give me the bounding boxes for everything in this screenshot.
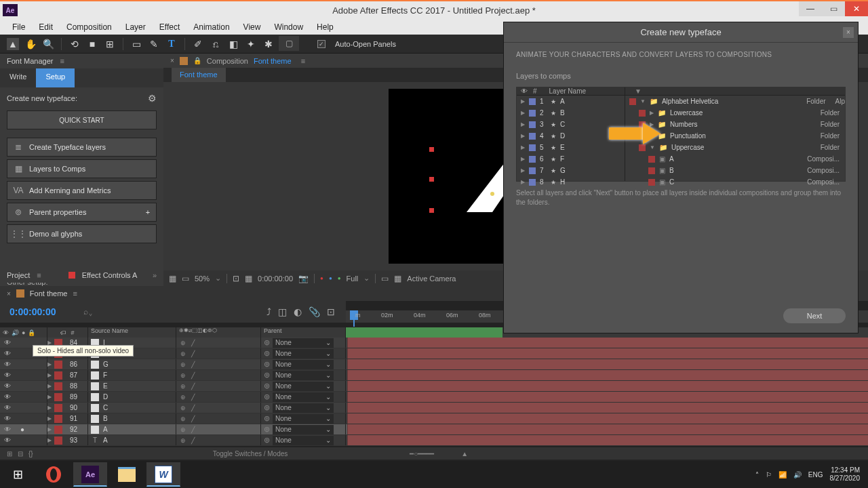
view-icon[interactable]: ▭	[381, 274, 389, 283]
timeline-layer-row[interactable]: 👁▶91B⊕ ╱⊚None⌄	[0, 413, 868, 424]
frame-blend-icon[interactable]: ◫	[278, 306, 287, 317]
tray-network-icon[interactable]: 📶	[778, 471, 787, 479]
type-tool-icon[interactable]: T	[165, 38, 178, 50]
menu-composition[interactable]: Composition	[60, 21, 119, 33]
timeline-layer-row[interactable]: 👁▶90C⊕ ╱⊚None⌄	[0, 403, 868, 413]
3d-icon[interactable]: ▦	[394, 274, 401, 283]
minimize-button[interactable]: —	[799, 1, 822, 16]
selection-tool-icon[interactable]: ▲	[7, 38, 19, 50]
timeline-layer-row[interactable]: 👁▶88E⊕ ╱⊚None⌄	[0, 381, 868, 392]
timeline-layer-row[interactable]: 👁▶89D⊕ ╱⊚None⌄	[0, 392, 868, 403]
comp-menu-icon[interactable]: ≡	[301, 57, 305, 65]
layer-item[interactable]: ▶6★F	[517, 153, 625, 165]
panel-menu-icon[interactable]: ≡	[60, 57, 64, 65]
layer-item[interactable]: ▶1★A	[517, 96, 625, 107]
timeline-layer-row[interactable]: 👁▶86G⊕ ╱⊚None⌄	[0, 359, 868, 370]
start-button[interactable]: ⊞	[1, 462, 34, 487]
tray-clock[interactable]: 12:34 PM 8/27/2020	[830, 466, 861, 483]
layer-item[interactable]: ▶8★H	[517, 176, 625, 188]
taskbar-after-effects[interactable]: Ae	[73, 462, 107, 487]
render-icon[interactable]: ⊡	[327, 306, 335, 317]
auto-open-checkbox[interactable]: ✓	[317, 40, 326, 48]
tab-write[interactable]: Write	[0, 68, 36, 87]
timeline-layer-row[interactable]: 👁●▶92A⊕ ╱⊚None⌄	[0, 424, 868, 435]
menu-view[interactable]: View	[237, 21, 268, 33]
comp-item[interactable]: ▣CComposi...	[625, 176, 845, 188]
next-button[interactable]: Next	[783, 308, 846, 323]
grid-icon[interactable]: ▦	[169, 274, 176, 283]
layer-track[interactable]	[347, 348, 868, 359]
bbox-handle[interactable]	[429, 147, 434, 152]
camera-select[interactable]: Active Camera	[407, 274, 456, 283]
zoom-tool-icon[interactable]: 🔍	[42, 38, 54, 50]
comp-item[interactable]: ▣BComposi...	[625, 165, 845, 176]
shape-tool-icon[interactable]: ▭	[130, 38, 142, 50]
tray-lang[interactable]: ENG	[808, 471, 823, 479]
roi-icon[interactable]: ⊡	[233, 274, 239, 283]
layer-item[interactable]: ▶5★E	[517, 142, 625, 153]
plus-icon[interactable]: +	[140, 208, 156, 216]
rounded-rect-icon[interactable]: ▢	[279, 36, 299, 51]
close-button[interactable]: ✕	[845, 1, 868, 16]
create-typeface-layers-button[interactable]: ≣Create Typeface layers	[7, 138, 157, 157]
clone-tool-icon[interactable]: ⎌	[210, 38, 222, 50]
menu-edit[interactable]: Edit	[32, 21, 60, 33]
layer-track[interactable]	[347, 381, 868, 391]
effect-controls-tab[interactable]: Effect Controls A	[82, 271, 138, 279]
viewer-time[interactable]: 0:00:00:00	[258, 274, 293, 283]
taskbar-explorer[interactable]	[110, 462, 144, 487]
eraser-tool-icon[interactable]: ◧	[227, 38, 239, 50]
menu-help[interactable]: Help	[310, 21, 340, 33]
comp-item[interactable]: ▣AComposi...	[625, 153, 845, 165]
camera-tool-icon[interactable]: ■	[86, 38, 98, 50]
taskbar-word[interactable]: W	[146, 462, 180, 487]
layer-track[interactable]	[347, 338, 868, 348]
layer-track[interactable]	[347, 392, 868, 402]
menu-window[interactable]: Window	[267, 21, 310, 33]
close-timeline-icon[interactable]: ×	[7, 290, 11, 298]
collapse-icon[interactable]: ⊟	[18, 450, 23, 458]
comp-tab-font-theme[interactable]: Font theme	[172, 68, 226, 82]
rotation-tool-icon[interactable]: ⟲	[68, 38, 81, 50]
folder-item[interactable]: ▼📁Alphabet HelveticaFolderAlp	[625, 96, 845, 107]
layer-item[interactable]: ▶2★B	[517, 107, 625, 119]
timeline-layer-row[interactable]: 👁▶87F⊕ ╱⊚None⌄	[0, 370, 868, 381]
puppet-tool-icon[interactable]: ✱	[262, 38, 275, 50]
pan-behind-tool-icon[interactable]: ⊞	[104, 38, 116, 50]
bbox-handle[interactable]	[429, 208, 434, 213]
layer-track[interactable]	[347, 435, 868, 445]
expand-icon[interactable]: ⊞	[7, 450, 12, 458]
layer-track[interactable]	[347, 370, 868, 380]
quick-start-button[interactable]: QUICK START	[7, 110, 157, 129]
timeline-layer-row[interactable]: 👁▶93TA⊕ ╱⊚None⌄	[0, 435, 868, 446]
parent-properties-button[interactable]: ⊚Parent properties+	[7, 203, 157, 222]
brush-tool-icon[interactable]: ✐	[192, 38, 204, 50]
timecode[interactable]: 0:00:00:00	[9, 306, 56, 317]
add-kerning-button[interactable]: VAAdd Kerning and Metrics	[7, 181, 157, 200]
close-panel-icon[interactable]: ×	[170, 57, 174, 64]
hand-tool-icon[interactable]: ✋	[24, 38, 37, 50]
resolution-select[interactable]: Full	[347, 274, 359, 283]
motion-blur-icon[interactable]: ◐	[294, 306, 302, 317]
taskbar-opera[interactable]	[37, 462, 71, 487]
transparency-icon[interactable]: ▦	[245, 274, 252, 283]
tray-volume-icon[interactable]: 🔊	[793, 471, 802, 479]
demo-glyphs-button[interactable]: ⋮⋮Demo all glyphs	[7, 224, 157, 243]
menu-file[interactable]: File	[5, 21, 32, 33]
monitor-icon[interactable]: ▭	[182, 274, 189, 283]
layer-track[interactable]	[347, 359, 868, 369]
layer-track[interactable]	[347, 413, 868, 424]
overflow-icon[interactable]: »	[153, 271, 157, 279]
shy-icon[interactable]: ⤴	[267, 306, 271, 317]
layer-item[interactable]: ▶7★G	[517, 165, 625, 176]
maximize-button[interactable]: ▭	[822, 1, 845, 16]
lock-icon[interactable]: 🔒	[193, 57, 201, 64]
folder-item[interactable]: ▶📁LowercaseFolder	[625, 107, 845, 119]
dialog-close-button[interactable]: ×	[843, 27, 854, 38]
snapshot-icon[interactable]: 📷	[298, 274, 309, 283]
menu-layer[interactable]: Layer	[119, 21, 153, 33]
layer-track[interactable]	[347, 424, 868, 434]
menu-effect[interactable]: Effect	[153, 21, 186, 33]
zoom-value[interactable]: 50%	[195, 274, 210, 283]
graph-icon[interactable]: 📎	[309, 306, 320, 317]
